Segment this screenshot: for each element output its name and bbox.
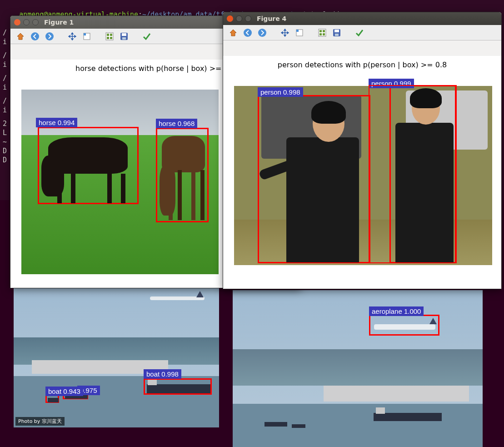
svg-rect-17 — [319, 33, 322, 35]
svg-point-11 — [244, 29, 252, 37]
check-icon[interactable] — [141, 31, 152, 42]
svg-rect-5 — [110, 34, 112, 36]
maximize-icon[interactable] — [245, 15, 251, 22]
figure-boat: boat 0.998 0.975 boat 0.943 Photo by 宗川蓝… — [14, 287, 219, 427]
home-icon[interactable] — [228, 27, 239, 38]
bbox-label-boat-3: boat 0.998 — [144, 369, 181, 379]
svg-point-0 — [31, 32, 39, 40]
figure-aeroplane: aeroplane 1.000 — [233, 290, 483, 447]
svg-rect-21 — [335, 34, 339, 36]
save-icon[interactable] — [119, 31, 130, 42]
subplots-icon[interactable] — [317, 27, 328, 38]
window-title: Figure 1 — [44, 19, 74, 26]
bbox-boat-3 — [144, 378, 212, 395]
svg-rect-10 — [122, 37, 126, 40]
bbox-label-boat-1: boat 0.943 — [45, 387, 83, 396]
bbox-label-horse-1: horse 0.994 — [36, 118, 77, 127]
svg-point-1 — [45, 32, 54, 40]
bbox-horse-1 — [38, 127, 139, 204]
back-icon[interactable] — [242, 27, 253, 38]
forward-icon[interactable] — [44, 31, 55, 42]
mpl-toolbar — [223, 25, 501, 40]
pan-icon[interactable] — [67, 31, 78, 42]
minimize-icon[interactable] — [23, 19, 30, 25]
svg-rect-4 — [107, 34, 109, 36]
plot-canvas[interactable]: person detections with p(person | box) >… — [223, 56, 501, 289]
maximize-icon[interactable] — [32, 19, 39, 25]
close-icon[interactable] — [227, 15, 233, 22]
back-icon[interactable] — [30, 31, 40, 42]
bbox-person-1 — [258, 95, 370, 263]
svg-rect-20 — [334, 30, 339, 32]
bbox-label-person-1: person 0.998 — [258, 87, 303, 97]
pan-icon[interactable] — [279, 27, 290, 38]
minimize-icon[interactable] — [236, 15, 242, 22]
home-icon[interactable] — [15, 31, 26, 42]
svg-rect-16 — [323, 30, 325, 32]
bbox-horse-2 — [156, 128, 209, 222]
svg-point-12 — [258, 29, 266, 37]
photo-credit: Photo by 宗川蓝天 — [15, 417, 65, 426]
bbox-aeroplane — [369, 315, 439, 336]
bbox-label-horse-2: horse 0.968 — [156, 119, 197, 128]
bbox-person-1b — [369, 85, 456, 263]
window-title: Figure 4 — [257, 15, 286, 22]
plot-title: person detections with p(person | box) >… — [223, 56, 501, 71]
check-icon[interactable] — [354, 27, 365, 38]
svg-rect-6 — [107, 37, 109, 39]
close-icon[interactable] — [14, 19, 20, 25]
save-icon[interactable] — [331, 27, 342, 38]
zoom-icon[interactable] — [81, 31, 92, 42]
forward-icon[interactable] — [257, 27, 268, 38]
zoom-icon[interactable] — [294, 27, 305, 38]
svg-rect-7 — [110, 37, 112, 39]
svg-rect-15 — [319, 30, 322, 32]
titlebar[interactable]: Figure 4 — [223, 12, 501, 25]
svg-rect-9 — [122, 33, 126, 36]
svg-rect-18 — [323, 33, 325, 35]
figure-window-4[interactable]: Figure 4 person detections with p(person… — [223, 12, 502, 289]
bbox-label-aeroplane: aeroplane 1.000 — [369, 306, 424, 316]
subplots-icon[interactable] — [104, 31, 115, 42]
